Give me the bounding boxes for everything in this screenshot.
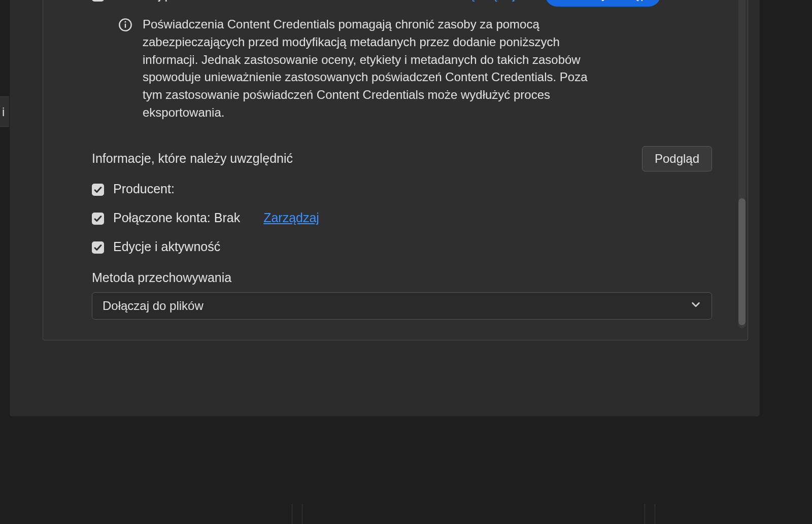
settings-panel: Content Credentials Zastosuj poświadczen… [43,0,748,340]
apply-checkbox[interactable] [92,0,104,2]
edits-label: Edycje i aktywność [113,239,220,254]
linked-accounts-checkbox[interactable] [92,213,104,225]
preview-button[interactable]: Podgląd [642,146,712,171]
info-icon [118,18,132,32]
export-dialog: Content Credentials Zastosuj poświadczen… [9,0,760,417]
producer-label: Producent: [113,182,175,196]
include-header-row: Informacje, które należy uwzględnić Podg… [92,146,727,171]
learn-more-link[interactable]: Dowiedz się więcej [408,0,515,2]
info-block: Poświadczenia Content Credentials pomaga… [118,16,595,122]
early-access-badge: Wczesny dostęp [545,0,661,7]
info-text: Poświadczenia Content Credentials pomaga… [143,16,595,122]
edits-checkbox[interactable] [92,241,104,254]
background-dividers [0,417,812,524]
include-header: Informacje, które należy uwzględnić [92,151,293,166]
storage-method-dropdown[interactable]: Dołączaj do plików [92,292,712,320]
apply-row: Zastosuj poświadczenia Content Credentia… [92,0,727,7]
manage-link[interactable]: Zarządzaj [263,211,319,225]
storage-method-value: Dołączaj do plików [103,299,204,313]
storage-method-label: Metoda przechowywania [92,270,727,285]
include-checklist: Producent: Połączone konta: Brak Zarządz… [63,182,727,257]
linked-accounts-label: Połączone konta: Brak [113,211,240,225]
content-credentials-section: Content Credentials Zastosuj poświadczen… [43,0,748,335]
chevron-down-icon [690,299,701,313]
apply-label: Zastosuj poświadczenia Content Credentia… [113,0,363,2]
svg-point-2 [125,21,126,23]
edits-row: Edycje i aktywność [92,239,727,254]
producer-row: Producent: [92,182,727,196]
producer-checkbox[interactable] [92,184,104,196]
linked-accounts-row: Połączone konta: Brak Zarządzaj [92,211,727,225]
